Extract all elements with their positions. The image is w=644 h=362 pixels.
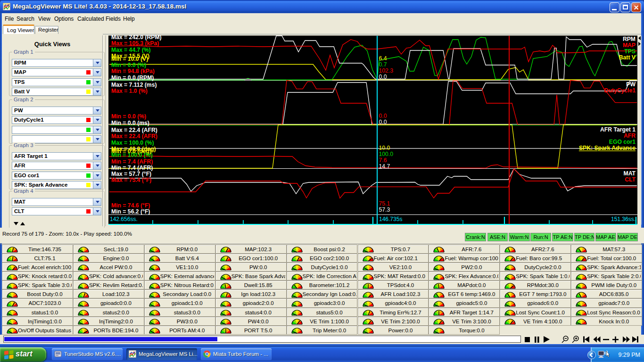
- svg-text:6.4: 6.4: [379, 55, 387, 62]
- svg-text:Max = 57.7 (°F): Max = 57.7 (°F): [111, 171, 151, 177]
- svg-text:7.6: 7.6: [379, 157, 387, 164]
- svg-text:Max = 1.0 (%): Max = 1.0 (%): [111, 88, 148, 94]
- svg-text:AFR Target 1: AFR Target 1: [600, 126, 636, 133]
- svg-text:Min = 100.0 (%): Min = 100.0 (%): [111, 152, 153, 158]
- svg-text:Max = 22.4 (AFR): Max = 22.4 (AFR): [111, 133, 157, 140]
- svg-text:AFR: AFR: [624, 132, 636, 139]
- svg-text:Min = 10.0 (V): Min = 10.0 (V): [111, 56, 148, 62]
- svg-text:Min = 7.4 (AFR): Min = 7.4 (AFR): [111, 158, 153, 165]
- svg-text:DutyCycle1: DutyCycle1: [604, 87, 636, 94]
- svg-text:Min = 7.4 (AFR): Min = 7.4 (AFR): [111, 165, 153, 171]
- svg-text:EGO cor1: EGO cor1: [609, 139, 636, 145]
- svg-text:CLT: CLT: [625, 176, 636, 183]
- svg-text:SPK: Spark Advance: SPK: Spark Advance: [579, 145, 636, 151]
- svg-text:146.735s: 146.735s: [379, 216, 402, 222]
- svg-text:Min = 0.0 (%): Min = 0.0 (%): [111, 62, 146, 68]
- svg-text:142.656ss.: 142.656ss.: [110, 216, 138, 222]
- svg-text:TPS: TPS: [624, 48, 636, 55]
- svg-text:Batt V: Batt V: [619, 54, 636, 61]
- svg-text:Min = 0.0 (ms): Min = 0.0 (ms): [111, 120, 149, 126]
- svg-text:Max = 75.4 (°F): Max = 75.4 (°F): [111, 177, 151, 183]
- svg-text:Max = 100.0 (%): Max = 100.0 (%): [111, 140, 154, 146]
- svg-text:14.7: 14.7: [379, 163, 390, 170]
- svg-text:Max = 44.7 (%): Max = 44.7 (%): [111, 47, 151, 53]
- svg-text:0.7: 0.7: [379, 61, 387, 68]
- svg-text:Min = 94.8 (kPa): Min = 94.8 (kPa): [111, 68, 155, 74]
- svg-text:Max = 242.0 (RPM): Max = 242.0 (RPM): [111, 34, 162, 41]
- svg-text:57.3: 57.3: [379, 206, 390, 213]
- svg-text:100.0: 100.0: [379, 151, 394, 157]
- svg-text:Max = 105.3 (kPa): Max = 105.3 (kPa): [111, 40, 159, 47]
- svg-text:Min = 56.2 (°F): Min = 56.2 (°F): [111, 208, 150, 215]
- svg-text:Min = 0.0 (RPM): Min = 0.0 (RPM): [111, 74, 154, 81]
- svg-text:10.0: 10.0: [379, 145, 390, 151]
- svg-text:Min = 74.6 (°F): Min = 74.6 (°F): [111, 202, 150, 209]
- svg-text:MAP: MAP: [623, 42, 636, 49]
- svg-text:Max = 7.112 (ms): Max = 7.112 (ms): [111, 82, 157, 88]
- svg-text:102.3: 102.3: [379, 67, 394, 74]
- svg-text:0.0: 0.0: [379, 119, 387, 125]
- svg-text:151.36ss.: 151.36ss.: [611, 216, 636, 222]
- svg-text:Min = 0.0 (%): Min = 0.0 (%): [111, 113, 146, 120]
- svg-text:Max = 22.4 (AFR): Max = 22.4 (AFR): [111, 127, 157, 133]
- svg-text:75.1: 75.1: [379, 200, 390, 207]
- svg-text:RPM: RPM: [623, 36, 636, 42]
- svg-text:MAT: MAT: [624, 170, 636, 177]
- svg-text:0.0: 0.0: [379, 74, 387, 80]
